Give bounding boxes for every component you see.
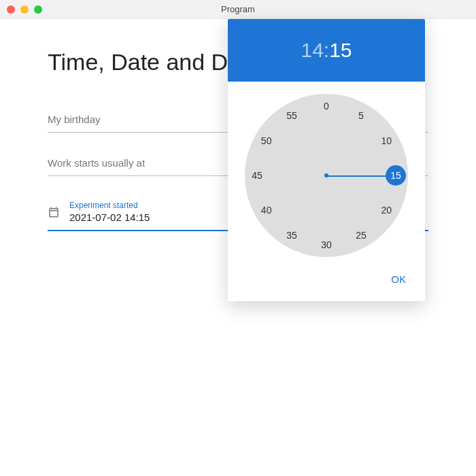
ok-button[interactable]: OK [384,268,413,290]
clock-mark-55[interactable]: 55 [282,105,302,126]
clock-mark-40[interactable]: 40 [256,200,277,220]
experiment-label: Experiment started [69,201,150,210]
window-title: Program [0,4,476,14]
picker-minute[interactable]: 15 [329,39,352,62]
clock-face[interactable]: 0510152025303540455055 [245,94,408,257]
maximize-icon[interactable] [34,5,42,14]
minimize-icon[interactable] [20,5,29,14]
clock-mark-30[interactable]: 30 [316,235,337,255]
clock-mark-45[interactable]: 45 [247,165,267,186]
clock-center [324,173,328,177]
picker-hour[interactable]: 14 [301,39,323,62]
clock-mark-50[interactable]: 50 [256,131,277,151]
experiment-value: 2021-07-02 14:15 [69,211,150,223]
window-titlebar: Program [0,0,476,19]
time-picker-header: 14:15 [228,19,425,82]
clock-hand [326,175,386,177]
clock-mark-5[interactable]: 5 [351,105,371,126]
clock-mark-15[interactable]: 15 [386,165,406,186]
picker-sep: : [324,39,329,62]
time-picker: 14:15 0510152025303540455055 OK [228,19,425,301]
clock-mark-0[interactable]: 0 [316,96,337,116]
calendar-icon [48,206,60,218]
close-icon[interactable] [7,5,15,14]
